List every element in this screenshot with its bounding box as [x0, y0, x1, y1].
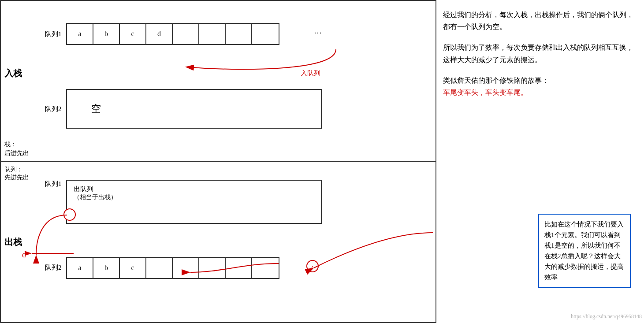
- q2-cell-e5: [173, 258, 199, 278]
- note-box: 比如在这个情况下我们要入栈1个元素。我们可以看到栈1是空的，所以我们何不在栈2总…: [538, 214, 631, 288]
- right-panel: 经过我们的分析，每次入栈，出栈操作后，我们的俩个队列，都有一个队列为空。 所以我…: [436, 0, 644, 323]
- x-circle-marker: x: [306, 260, 319, 272]
- main-container: 入栈 栈： 后进先出 队列1 a b c d …: [0, 0, 644, 323]
- top-half: 入栈 栈： 后进先出 队列1 a b c d …: [1, 1, 436, 162]
- out-queue1-box: 出队列 （相当于出栈）: [66, 180, 322, 224]
- right-para3: 类似詹天佑的那个修铁路的故事： 车尾变车头，车头变车尾。: [443, 74, 637, 98]
- queue-note: 队列： 先进先出: [4, 166, 29, 182]
- instack-label: 入栈: [4, 67, 22, 79]
- queue2-row: 队列2 空: [45, 89, 322, 129]
- q2-cell-e6: [199, 258, 226, 278]
- q2-cell-e7: [226, 258, 252, 278]
- outstack-label: 出栈: [4, 236, 22, 248]
- left-panel: 入栈 栈： 后进先出 队列1 a b c d …: [0, 0, 436, 323]
- q2-cell-e4: [146, 258, 173, 278]
- queue1-label: 队列1: [45, 30, 63, 38]
- q2-cell-a: a: [67, 258, 93, 278]
- right-para3-red: 车尾变车头，车头变车尾。: [443, 89, 528, 96]
- q1-cell-e7: [226, 24, 252, 44]
- q1-cell-d: d: [146, 24, 173, 44]
- enqueue-label: 入队列: [301, 69, 320, 78]
- circle-marker-q1: [63, 208, 76, 221]
- q2-cell-e8: [252, 258, 279, 278]
- queue2-box: 空: [66, 89, 322, 129]
- q1-cell-e5: [173, 24, 199, 44]
- out-queue2-array: a b c: [66, 257, 279, 279]
- q1-cell-e8: [252, 24, 279, 44]
- out-queue1-row: 队列1 出队列 （相当于出栈）: [45, 180, 322, 224]
- q1-cell-c: c: [120, 24, 146, 44]
- q1-cell-a: a: [67, 24, 93, 44]
- big-curve-arrow: [305, 206, 442, 294]
- dequeue-note: （相当于出栈）: [74, 193, 117, 201]
- queue1-array: a b c d: [66, 23, 279, 45]
- queue2-empty: 空: [91, 102, 101, 115]
- ellipsis: …: [314, 26, 322, 36]
- right-para2: 所以我们为了效率，每次负责存储和出入栈的队列相互互换，这样大大的减少了元素的搬运…: [443, 41, 637, 65]
- q2-cell-c: c: [120, 258, 146, 278]
- stack-note: 栈： 后进先出: [4, 140, 29, 157]
- queue2-label: 队列2: [45, 105, 63, 113]
- out-queue2-row: 队列2 a b c: [45, 257, 279, 279]
- out-queue1-label: 队列1: [45, 180, 63, 188]
- queue1-row: 队列1 a b c d: [45, 23, 279, 45]
- watermark: https://blog.csdn.net/q496958148: [571, 312, 642, 321]
- out-queue2-label: 队列2: [45, 264, 63, 272]
- right-para1: 经过我们的分析，每次入栈，出栈操作后，我们的俩个队列，都有一个队列为空。: [443, 9, 637, 33]
- q1-cell-b: b: [93, 24, 120, 44]
- q2-cell-b: b: [93, 258, 120, 278]
- bottom-half: 出栈 队列： 先进先出 队列1 出队列 （相当于出栈） d: [1, 162, 436, 323]
- dequeue-label: 出队列: [74, 185, 93, 193]
- d-label: d: [22, 250, 26, 260]
- q1-cell-e6: [199, 24, 226, 44]
